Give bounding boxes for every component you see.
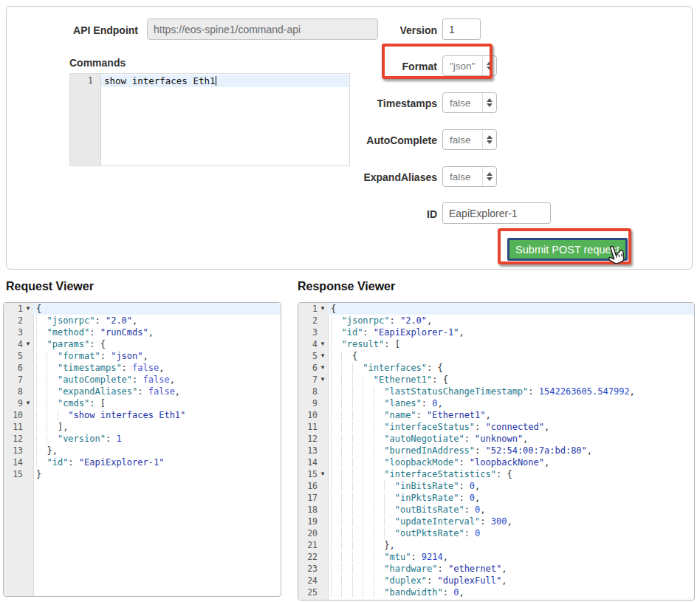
line-number: 4 [298, 338, 318, 350]
code-line: 8 "lastStatusChangeTimestamp": 154226360… [298, 386, 694, 397]
line-number: 7 [4, 374, 23, 386]
line-number: 3 [4, 326, 23, 338]
code-line: 12 "autoNegotiate": "unknown", [298, 433, 694, 445]
fold-arrow-icon[interactable]: ▾ [318, 468, 328, 480]
line-number: 22 [298, 551, 318, 563]
line-number: 9 [298, 397, 318, 409]
version-input[interactable] [442, 18, 481, 40]
code-line: 13 "burnedInAddress": "52:54:00:7a:bd:80… [298, 445, 694, 456]
line-number: 21 [298, 539, 318, 551]
line-number: 1 [298, 303, 318, 315]
line-number: 3 [298, 326, 318, 338]
code-line: 25 "bandwidth": 0, [298, 586, 694, 598]
code-line: 13 }, [4, 445, 281, 456]
fold-arrow-icon[interactable]: ▾ [318, 338, 328, 350]
code-line: 7▾ "Ethernet1": { [298, 374, 694, 386]
line-number: 1 [4, 303, 23, 315]
line-number: 5 [4, 350, 23, 362]
timestamps-select-value: false [443, 98, 482, 109]
code-line: 3 "method": "runCmds", [4, 326, 281, 338]
code-line: 6 "timestamps": false, [4, 362, 281, 374]
code-line: 4▾ "params": { [4, 338, 281, 350]
line-number: 2 [4, 315, 23, 326]
line-number: 8 [298, 386, 318, 397]
line-number: 11 [298, 421, 318, 433]
submit-post-request-button[interactable]: Submit POST request [507, 238, 628, 261]
line-number: 4 [4, 338, 23, 350]
fold-arrow-icon[interactable]: ▾ [318, 362, 328, 374]
code-line: 9▾ "cmds": [ [4, 397, 281, 409]
code-line: 10 "name": "Ethernet1", [298, 409, 694, 421]
commands-active-line: show interfaces Eth1 [101, 75, 349, 87]
code-line: 2 "jsonrpc": "2.0", [298, 315, 694, 326]
line-number: 18 [298, 504, 318, 516]
code-line: 1▾{ [4, 303, 281, 315]
code-line: 7 "autoComplete": false, [4, 374, 281, 386]
line-number: 14 [4, 456, 23, 468]
code-line: 15▾ "interfaceStatistics": { [298, 468, 694, 480]
code-line: 12 "version": 1 [4, 433, 281, 445]
expandaliases-select-value: false [443, 171, 482, 182]
code-line: 11 "interfaceStatus": "connected", [298, 421, 694, 433]
code-line: 24 "duplex": "duplexFull", [298, 575, 694, 586]
commands-editor[interactable]: 1 show interfaces Eth1 [69, 73, 350, 166]
line-number: 13 [298, 445, 318, 456]
request-viewer-panel[interactable]: 1▾{2 "jsonrpc": "2.0",3 "method": "runCm… [3, 302, 281, 597]
fold-arrow-icon[interactable]: ▾ [318, 350, 328, 362]
commands-label: Commands [69, 57, 126, 69]
expandaliases-select[interactable]: false [442, 166, 497, 187]
autocomplete-select[interactable]: false [442, 129, 497, 150]
format-select-value: "json" [443, 61, 482, 72]
line-number: 10 [298, 409, 318, 421]
fold-arrow-icon[interactable]: ▾ [318, 374, 328, 386]
line-number: 23 [298, 563, 318, 575]
fold-arrow-icon[interactable]: ▾ [23, 397, 33, 409]
code-line: 20 "outPktsRate": 0 [298, 527, 694, 539]
code-line: 3 "id": "EapiExplorer-1", [298, 326, 694, 338]
commands-code-area[interactable]: show interfaces Eth1 [101, 74, 349, 165]
line-number: 12 [298, 433, 318, 445]
code-line: 8 "expandAliases": false, [4, 386, 281, 397]
line-number: 11 [4, 421, 23, 433]
api-endpoint-label: API Endpoint [49, 24, 138, 36]
line-number: 7 [298, 374, 318, 386]
line-number: 12 [4, 433, 23, 445]
code-line: 5 "format": "json", [4, 350, 281, 362]
code-line: 1▾{ [298, 303, 694, 315]
line-number: 15 [4, 468, 23, 480]
code-line: 22 "mtu": 9214, [298, 551, 694, 563]
line-number: 19 [298, 516, 318, 527]
code-line: 18 "outBitsRate": 0, [298, 504, 694, 516]
line-number: 6 [298, 362, 318, 374]
request-viewer-title: Request Viewer [6, 280, 94, 293]
line-number: 5 [298, 350, 318, 362]
response-viewer-panel[interactable]: 1▾{2 "jsonrpc": "2.0",3 "id": "EapiExplo… [298, 302, 695, 601]
request-form-panel: API Endpoint Version Commands 1 show int… [6, 6, 693, 270]
select-stepper-icon [482, 56, 496, 75]
format-select[interactable]: "json" [442, 55, 497, 76]
code-line: 10 "show interfaces Eth1" [4, 409, 281, 421]
id-input[interactable] [442, 202, 551, 224]
select-stepper-icon [482, 167, 496, 186]
line-number: 14 [298, 456, 318, 468]
code-line: 23 "hardware": "ethernet", [298, 563, 694, 575]
fold-arrow-icon[interactable]: ▾ [318, 303, 328, 315]
fold-arrow-icon[interactable]: ▾ [23, 338, 33, 350]
line-number: 16 [298, 480, 318, 492]
line-number: 8 [4, 386, 23, 397]
line-number: 17 [298, 492, 318, 504]
response-viewer-title: Response Viewer [298, 280, 395, 293]
select-stepper-icon [482, 130, 496, 149]
code-line: 11 ], [4, 421, 281, 433]
version-label: Version [363, 24, 437, 36]
code-line: 14 "id": "EapiExplorer-1" [4, 456, 281, 468]
code-line: 16 "inBitsRate": 0, [298, 480, 694, 492]
line-number: 13 [4, 445, 23, 456]
timestamps-select[interactable]: false [442, 92, 497, 113]
timestamps-label: Timestamps [341, 98, 437, 109]
line-number: 6 [4, 362, 23, 374]
code-line: 19 "updateInterval": 300, [298, 516, 694, 527]
fold-arrow-icon[interactable]: ▾ [23, 303, 33, 315]
line-number: 24 [298, 575, 318, 586]
commands-gutter: 1 [70, 74, 101, 165]
